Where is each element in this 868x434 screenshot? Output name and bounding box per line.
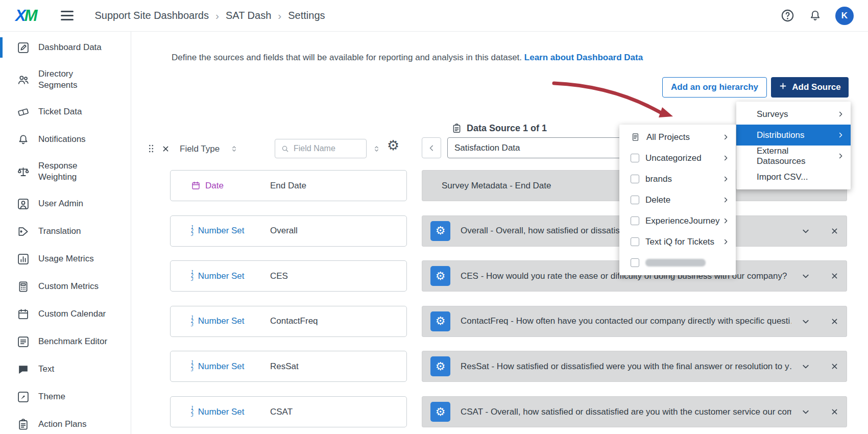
remove-field-button[interactable] <box>830 407 839 417</box>
checkbox[interactable] <box>631 258 639 267</box>
pencil-icon <box>16 41 30 54</box>
mapped-field-text: Overall - Overall, how satisfied or diss… <box>461 226 622 236</box>
sidebar-item-translation[interactable]: Translation <box>0 218 131 245</box>
breadcrumb-item-settings[interactable]: Settings <box>288 10 325 21</box>
mapped-field-text: CSAT - Overall, how satisfied or dissati… <box>461 407 791 417</box>
menu-item-surveys[interactable]: Surveys <box>736 104 851 125</box>
field-settings-gear-button[interactable]: ⚙ <box>430 402 450 422</box>
bell-icon <box>16 133 30 146</box>
chevron-down-icon[interactable] <box>800 361 811 372</box>
sidebar-item-text[interactable]: Text <box>0 355 131 383</box>
people-icon <box>16 73 30 86</box>
menu-item-external-datasources[interactable]: External Datasources <box>736 146 851 166</box>
search-icon <box>280 144 290 154</box>
field-settings-gear-button[interactable]: ⚙ <box>430 311 450 331</box>
chevron-right-icon <box>836 110 845 118</box>
sidebar-item-benchmark-editor[interactable]: Benchmark Editor <box>0 328 131 355</box>
submenu-item-redacted[interactable] <box>619 252 736 273</box>
add-org-hierarchy-button[interactable]: Add an org hierarchy <box>662 77 767 98</box>
breadcrumb-item-support-site-dashboards[interactable]: Support Site Dashboards <box>95 10 209 21</box>
notifications-icon[interactable] <box>808 9 822 22</box>
submenu-item-uncategorized[interactable]: Uncategorized <box>619 148 736 168</box>
field-settings-gear-button[interactable]: ⚙ <box>430 356 450 376</box>
field-settings-gear-button[interactable]: ⚙ <box>430 221 450 241</box>
help-icon[interactable] <box>780 8 795 23</box>
field-type: 123Number Set <box>191 226 270 236</box>
chevron-down-icon[interactable] <box>800 406 811 418</box>
submenu-item-all-projects[interactable]: All Projects <box>619 127 736 148</box>
sidebar-item-user-admin[interactable]: User Admin <box>0 190 131 218</box>
field-name-input[interactable] <box>290 144 366 153</box>
sidebar-item-label: Usage Metrics <box>38 253 94 264</box>
checkbox[interactable] <box>631 154 639 162</box>
breadcrumb-item-sat-dash[interactable]: SAT Dash <box>226 10 271 21</box>
submenu-item-delete[interactable]: Delete <box>619 189 736 210</box>
sidebar-item-directory-segments[interactable]: Directory Segments <box>0 61 131 98</box>
projects-submenu: All ProjectsUncategorizedbrandsDeleteExp… <box>619 125 736 275</box>
sidebar-item-custom-calendar[interactable]: Custom Calendar <box>0 300 131 328</box>
checkbox[interactable] <box>631 175 639 183</box>
drag-handle-icon[interactable] <box>146 143 157 156</box>
calendar-icon <box>16 307 30 321</box>
submenu-item-text-iq-for-tickets[interactable]: Text iQ for Tickets <box>619 231 736 252</box>
mapped-source-bar-contactfreq: ⚙ContactFreq - How often have you contac… <box>422 306 847 337</box>
submenu-item-experiencejourney[interactable]: ExperienceJourney <box>619 210 736 231</box>
menu-item-label: Surveys <box>757 109 788 119</box>
chevron-right-icon <box>721 237 730 246</box>
field-type-label: Number Set <box>198 316 245 326</box>
field-type: 123Number Set <box>191 361 270 372</box>
sidebar-item-dashboard-data[interactable]: Dashboard Data <box>0 34 131 61</box>
field-type-label: Number Set <box>198 361 245 372</box>
menu-item-label: External Datasources <box>757 146 833 166</box>
sidebar-item-usage-metrics[interactable]: Usage Metrics <box>0 245 131 273</box>
sidebar-item-theme[interactable]: Theme <box>0 383 131 411</box>
field-card-csat: 123Number SetCSAT <box>170 396 407 427</box>
list-icon <box>16 335 30 348</box>
remove-field-button[interactable] <box>830 226 839 236</box>
chevron-right-icon <box>721 196 730 204</box>
submenu-item-brands[interactable]: brands <box>619 168 736 189</box>
gear-icon: ⚙ <box>436 225 446 236</box>
field-name-label: ResSat <box>270 361 299 372</box>
add-source-label: Add Source <box>792 82 840 92</box>
field-settings-gear-button[interactable]: ⚙ <box>430 266 450 286</box>
gear-icon: ⚙ <box>436 406 446 418</box>
field-type-label: Date <box>205 181 224 191</box>
chevron-right-icon <box>721 154 730 162</box>
sidebar-item-custom-metrics[interactable]: Custom Metrics <box>0 273 131 300</box>
checkbox[interactable] <box>631 237 639 246</box>
number-set-icon: 123 <box>191 271 194 281</box>
field-card-end-date: DateEnd Date <box>170 170 407 201</box>
sidebar-item-notifications[interactable]: Notifications <box>0 126 131 153</box>
previous-source-button[interactable] <box>422 137 441 158</box>
menu-item-import-csv[interactable]: Import CSV... <box>736 166 851 187</box>
breadcrumb: Support Site Dashboards›SAT Dash›Setting… <box>95 10 325 22</box>
menu-item-distributions[interactable]: Distributions <box>736 125 851 146</box>
sidebar-item-response-weighting[interactable]: Response Weighting <box>0 153 131 190</box>
checkbox[interactable] <box>631 216 639 225</box>
remove-field-button[interactable] <box>830 317 839 326</box>
chevron-down-icon[interactable] <box>800 226 811 237</box>
sort-icon[interactable] <box>229 144 239 156</box>
close-icon[interactable] <box>161 144 171 156</box>
learn-about-dashboard-data-link[interactable]: Learn about Dashboard Data <box>524 53 643 62</box>
sidebar-item-ticket-data[interactable]: Ticket Data <box>0 98 131 126</box>
brush-icon <box>16 390 30 403</box>
sidebar-item-label: Benchmark Editor <box>38 336 107 347</box>
sidebar-item-label: Response Weighting <box>38 160 111 183</box>
settings-gear-icon[interactable]: ⚙ <box>387 139 399 153</box>
checkbox[interactable] <box>631 196 639 204</box>
sort-icon[interactable] <box>372 144 381 156</box>
sidebar-item-action-plans[interactable]: Action Plans <box>0 411 131 434</box>
add-source-menu: SurveysDistributionsExternal Datasources… <box>736 102 851 189</box>
chevron-down-icon[interactable] <box>800 316 811 327</box>
remove-field-button[interactable] <box>830 361 839 371</box>
tag-icon <box>16 225 30 238</box>
add-source-button[interactable]: Add Source <box>771 77 849 98</box>
chevron-down-icon[interactable] <box>800 271 811 282</box>
gear-icon: ⚙ <box>436 361 446 372</box>
hamburger-menu-icon[interactable] <box>61 11 74 20</box>
remove-field-button[interactable] <box>830 271 839 281</box>
xm-logo: XM <box>15 7 36 25</box>
avatar[interactable]: K <box>835 7 854 25</box>
